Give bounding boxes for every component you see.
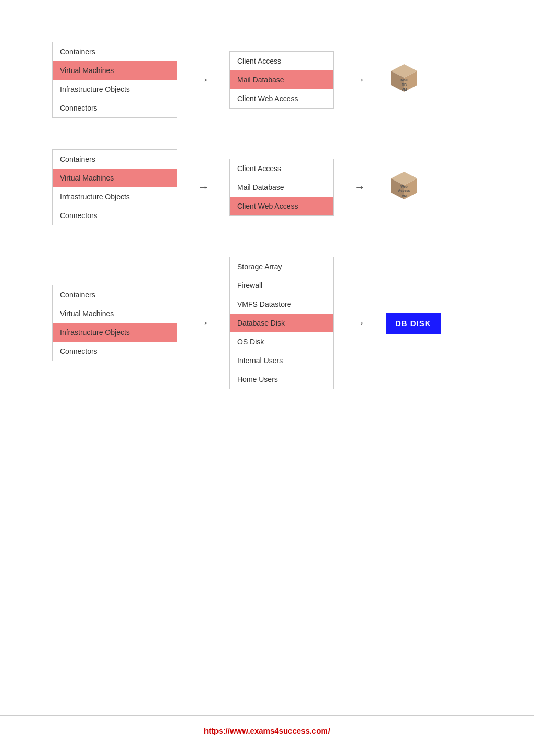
list-item: Containers: [53, 150, 177, 169]
list-item: Infrastructure Objects: [53, 187, 177, 206]
list-item: Client Web Access: [230, 197, 333, 215]
arrow-4: →: [349, 181, 370, 194]
list-item: Virtual Machines: [53, 169, 177, 187]
left-panel-1: ContainersVirtual MachinesInfrastructure…: [52, 42, 177, 118]
middle-panel-3: Storage ArrayFirewallVMFS DatastoreDatab…: [229, 257, 334, 389]
arrow-6: →: [349, 316, 370, 330]
arrow-1: →: [193, 73, 214, 87]
middle-panel-2: Client AccessMail DatabaseClient Web Acc…: [229, 159, 334, 216]
list-item: Client Access: [230, 159, 333, 178]
list-item: Mail Database: [230, 178, 333, 197]
list-item: Database Disk: [230, 314, 333, 332]
list-item: Connectors: [53, 206, 177, 225]
svg-text:Mail: Mail: [400, 78, 408, 82]
diagram-2: ContainersVirtual MachinesInfrastructure…: [52, 149, 482, 225]
left-panel-3: ContainersVirtual MachinesInfrastructure…: [52, 285, 177, 361]
cube-icon-2: Web Access VM: [386, 169, 422, 206]
cube-icon-1: Mail DB VM: [386, 62, 422, 98]
list-item: Client Web Access: [230, 89, 333, 108]
arrow-2: →: [349, 73, 370, 87]
list-item: OS Disk: [230, 332, 333, 351]
list-item: Connectors: [53, 99, 177, 117]
svg-text:DB: DB: [402, 83, 407, 87]
list-item: Internal Users: [230, 351, 333, 370]
list-item: Connectors: [53, 342, 177, 361]
db-disk-label: DB DISK: [386, 313, 441, 334]
list-item: VMFS Datastore: [230, 295, 333, 314]
svg-text:Web: Web: [400, 185, 408, 188]
right-icon-1: Mail DB VM: [386, 62, 422, 98]
svg-text:VM: VM: [402, 194, 407, 198]
list-item: Containers: [53, 285, 177, 304]
middle-panel-1: Client AccessMail DatabaseClient Web Acc…: [229, 51, 334, 109]
diagram-1: ContainersVirtual MachinesInfrastructure…: [52, 42, 482, 118]
list-item: Infrastructure Objects: [53, 80, 177, 99]
arrow-5: →: [193, 316, 214, 330]
list-item: Client Access: [230, 52, 333, 70]
footer: https://www.exams4success.com/: [0, 715, 534, 735]
list-item: Virtual Machines: [53, 61, 177, 80]
right-icon-3: DB DISK: [386, 313, 441, 334]
arrow-3: →: [193, 181, 214, 194]
diagram-3: ContainersVirtual MachinesInfrastructure…: [52, 257, 482, 389]
svg-text:VM: VM: [402, 88, 407, 91]
list-item: Containers: [53, 42, 177, 61]
list-item: Infrastructure Objects: [53, 323, 177, 342]
footer-link[interactable]: https://www.exams4success.com/: [204, 726, 330, 735]
list-item: Home Users: [230, 370, 333, 389]
svg-text:Access: Access: [398, 189, 410, 193]
list-item: Firewall: [230, 276, 333, 295]
list-item: Storage Array: [230, 257, 333, 276]
right-icon-2: Web Access VM: [386, 169, 422, 206]
list-item: Virtual Machines: [53, 304, 177, 323]
list-item: Mail Database: [230, 70, 333, 89]
left-panel-2: ContainersVirtual MachinesInfrastructure…: [52, 149, 177, 225]
